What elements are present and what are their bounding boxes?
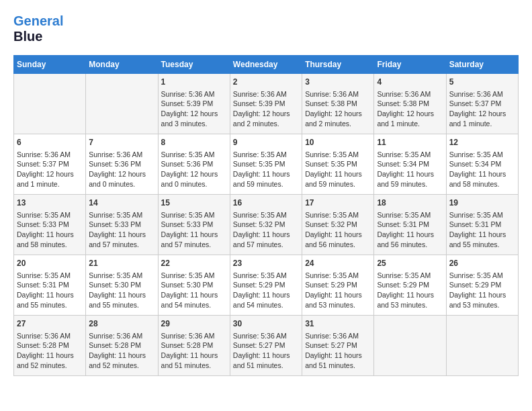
day-cell: 26Sunrise: 5:35 AM Sunset: 5:29 PM Dayli… [446,255,518,316]
day-cell: 21Sunrise: 5:35 AM Sunset: 5:30 PM Dayli… [86,255,158,316]
day-info: Sunrise: 5:36 AM Sunset: 5:28 PM Dayligh… [161,332,218,369]
header-sunday: Sunday [14,56,86,74]
day-cell: 20Sunrise: 5:35 AM Sunset: 5:31 PM Dayli… [14,255,86,316]
day-number: 9 [233,137,299,148]
day-cell: 23Sunrise: 5:35 AM Sunset: 5:29 PM Dayli… [230,255,302,316]
header-thursday: Thursday [302,56,374,74]
day-info: Sunrise: 5:36 AM Sunset: 5:37 PM Dayligh… [449,90,506,128]
day-number: 13 [17,197,83,209]
day-info: Sunrise: 5:36 AM Sunset: 5:27 PM Dayligh… [233,332,290,369]
header-saturday: Saturday [446,56,518,74]
day-info: Sunrise: 5:35 AM Sunset: 5:35 PM Dayligh… [233,150,290,188]
day-info: Sunrise: 5:36 AM Sunset: 5:38 PM Dayligh… [305,90,362,128]
header-monday: Monday [86,56,158,74]
day-info: Sunrise: 5:35 AM Sunset: 5:29 PM Dayligh… [377,271,434,309]
day-number: 18 [377,197,443,209]
day-info: Sunrise: 5:36 AM Sunset: 5:28 PM Dayligh… [89,332,146,369]
day-info: Sunrise: 5:35 AM Sunset: 5:35 PM Dayligh… [305,150,362,188]
day-number: 31 [305,318,371,330]
day-info: Sunrise: 5:35 AM Sunset: 5:31 PM Dayligh… [449,211,506,248]
day-number: 14 [89,197,154,209]
day-cell: 8Sunrise: 5:35 AM Sunset: 5:36 PM Daylig… [158,134,230,195]
day-cell: 13Sunrise: 5:35 AM Sunset: 5:33 PM Dayli… [14,195,86,255]
day-number: 2 [233,77,299,88]
day-cell: 22Sunrise: 5:35 AM Sunset: 5:30 PM Dayli… [158,255,230,316]
day-info: Sunrise: 5:36 AM Sunset: 5:37 PM Dayligh… [17,150,74,188]
week-row-4: 20Sunrise: 5:35 AM Sunset: 5:31 PM Dayli… [14,255,519,316]
day-info: Sunrise: 5:35 AM Sunset: 5:34 PM Dayligh… [377,150,434,188]
day-cell: 6Sunrise: 5:36 AM Sunset: 5:37 PM Daylig… [14,134,86,195]
day-cell: 5Sunrise: 5:36 AM Sunset: 5:37 PM Daylig… [446,74,518,134]
header-wednesday: Wednesday [230,56,302,74]
day-number: 3 [305,77,371,88]
day-number: 17 [305,197,371,209]
day-cell: 2Sunrise: 5:36 AM Sunset: 5:39 PM Daylig… [230,74,302,134]
day-info: Sunrise: 5:35 AM Sunset: 5:29 PM Dayligh… [233,271,290,309]
page-header: General Blue [13,13,519,44]
day-info: Sunrise: 5:35 AM Sunset: 5:33 PM Dayligh… [161,211,218,248]
day-number: 8 [161,137,227,148]
day-number: 16 [233,197,299,209]
day-cell [446,316,518,376]
week-row-5: 27Sunrise: 5:36 AM Sunset: 5:28 PM Dayli… [14,316,519,376]
day-number: 6 [17,137,83,148]
day-number: 29 [161,318,227,330]
day-cell: 15Sunrise: 5:35 AM Sunset: 5:33 PM Dayli… [158,195,230,255]
day-cell: 11Sunrise: 5:35 AM Sunset: 5:34 PM Dayli… [374,134,446,195]
day-info: Sunrise: 5:35 AM Sunset: 5:31 PM Dayligh… [17,271,74,309]
header-row: SundayMondayTuesdayWednesdayThursdayFrid… [14,56,519,74]
day-info: Sunrise: 5:36 AM Sunset: 5:39 PM Dayligh… [233,90,290,128]
day-number: 25 [377,258,443,269]
day-number: 10 [305,137,371,148]
logo: General Blue [13,13,63,44]
day-cell: 3Sunrise: 5:36 AM Sunset: 5:38 PM Daylig… [302,74,374,134]
day-info: Sunrise: 5:36 AM Sunset: 5:38 PM Dayligh… [377,90,434,128]
day-info: Sunrise: 5:36 AM Sunset: 5:39 PM Dayligh… [161,90,218,128]
day-number: 28 [89,318,154,330]
logo-text: General Blue [13,13,63,44]
day-info: Sunrise: 5:36 AM Sunset: 5:28 PM Dayligh… [17,332,74,369]
day-number: 11 [377,137,443,148]
day-info: Sunrise: 5:35 AM Sunset: 5:33 PM Dayligh… [89,211,146,248]
day-info: Sunrise: 5:36 AM Sunset: 5:27 PM Dayligh… [305,332,362,369]
day-cell: 25Sunrise: 5:35 AM Sunset: 5:29 PM Dayli… [374,255,446,316]
header-tuesday: Tuesday [158,56,230,74]
day-number: 5 [449,77,515,88]
day-number: 24 [305,258,371,269]
day-info: Sunrise: 5:35 AM Sunset: 5:33 PM Dayligh… [17,211,74,248]
week-row-1: 1Sunrise: 5:36 AM Sunset: 5:39 PM Daylig… [14,74,519,134]
day-cell: 10Sunrise: 5:35 AM Sunset: 5:35 PM Dayli… [302,134,374,195]
week-row-2: 6Sunrise: 5:36 AM Sunset: 5:37 PM Daylig… [14,134,519,195]
day-number: 23 [233,258,299,269]
day-number: 12 [449,137,515,148]
day-info: Sunrise: 5:36 AM Sunset: 5:36 PM Dayligh… [89,150,146,188]
day-cell [14,74,86,134]
day-number: 27 [17,318,83,330]
day-info: Sunrise: 5:35 AM Sunset: 5:30 PM Dayligh… [89,271,146,309]
day-info: Sunrise: 5:35 AM Sunset: 5:32 PM Dayligh… [233,211,290,248]
day-cell: 14Sunrise: 5:35 AM Sunset: 5:33 PM Dayli… [86,195,158,255]
day-info: Sunrise: 5:35 AM Sunset: 5:36 PM Dayligh… [161,150,218,188]
day-number: 22 [161,258,227,269]
day-cell: 17Sunrise: 5:35 AM Sunset: 5:32 PM Dayli… [302,195,374,255]
day-cell: 31Sunrise: 5:36 AM Sunset: 5:27 PM Dayli… [302,316,374,376]
day-number: 1 [161,77,227,88]
day-number: 30 [233,318,299,330]
day-info: Sunrise: 5:35 AM Sunset: 5:30 PM Dayligh… [161,271,218,309]
day-cell: 7Sunrise: 5:36 AM Sunset: 5:36 PM Daylig… [86,134,158,195]
day-cell: 27Sunrise: 5:36 AM Sunset: 5:28 PM Dayli… [14,316,86,376]
day-cell [374,316,446,376]
day-info: Sunrise: 5:35 AM Sunset: 5:32 PM Dayligh… [305,211,362,248]
day-cell: 12Sunrise: 5:35 AM Sunset: 5:34 PM Dayli… [446,134,518,195]
day-number: 20 [17,258,83,269]
day-cell: 28Sunrise: 5:36 AM Sunset: 5:28 PM Dayli… [86,316,158,376]
calendar-body: 1Sunrise: 5:36 AM Sunset: 5:39 PM Daylig… [14,74,519,376]
day-number: 7 [89,137,154,148]
week-row-3: 13Sunrise: 5:35 AM Sunset: 5:33 PM Dayli… [14,195,519,255]
day-number: 26 [449,258,515,269]
day-info: Sunrise: 5:35 AM Sunset: 5:31 PM Dayligh… [377,211,434,248]
day-cell [86,74,158,134]
day-cell: 9Sunrise: 5:35 AM Sunset: 5:35 PM Daylig… [230,134,302,195]
day-cell: 29Sunrise: 5:36 AM Sunset: 5:28 PM Dayli… [158,316,230,376]
day-number: 19 [449,197,515,209]
